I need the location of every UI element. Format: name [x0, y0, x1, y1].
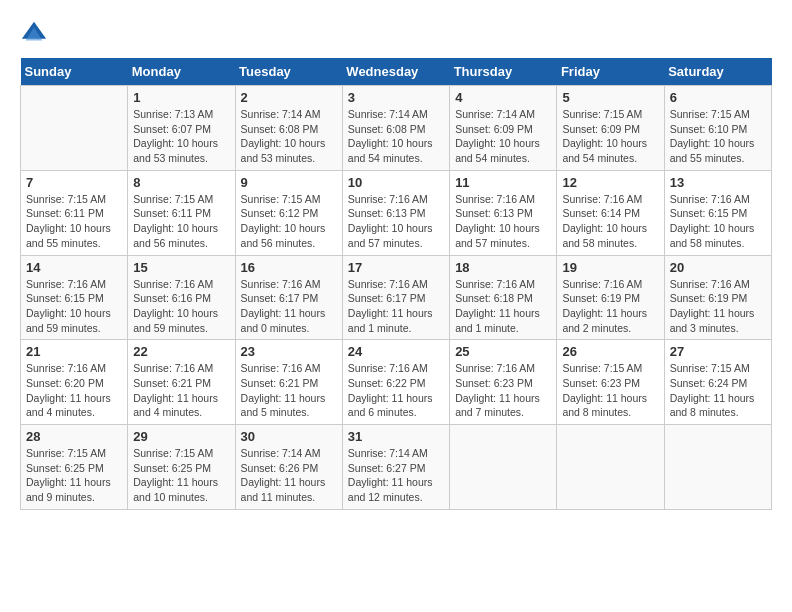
day-info: Sunrise: 7:16 AM Sunset: 6:21 PM Dayligh…: [133, 361, 229, 420]
day-info: Sunrise: 7:16 AM Sunset: 6:13 PM Dayligh…: [455, 192, 551, 251]
calendar-cell: 2Sunrise: 7:14 AM Sunset: 6:08 PM Daylig…: [235, 86, 342, 171]
day-info: Sunrise: 7:16 AM Sunset: 6:20 PM Dayligh…: [26, 361, 122, 420]
day-info: Sunrise: 7:14 AM Sunset: 6:08 PM Dayligh…: [348, 107, 444, 166]
calendar-cell: 5Sunrise: 7:15 AM Sunset: 6:09 PM Daylig…: [557, 86, 664, 171]
calendar-week-row: 21Sunrise: 7:16 AM Sunset: 6:20 PM Dayli…: [21, 340, 772, 425]
calendar-cell: 4Sunrise: 7:14 AM Sunset: 6:09 PM Daylig…: [450, 86, 557, 171]
day-number: 24: [348, 344, 444, 359]
calendar-cell: 23Sunrise: 7:16 AM Sunset: 6:21 PM Dayli…: [235, 340, 342, 425]
calendar-cell: 17Sunrise: 7:16 AM Sunset: 6:17 PM Dayli…: [342, 255, 449, 340]
day-number: 11: [455, 175, 551, 190]
day-number: 6: [670, 90, 766, 105]
calendar-cell: 10Sunrise: 7:16 AM Sunset: 6:13 PM Dayli…: [342, 170, 449, 255]
day-number: 29: [133, 429, 229, 444]
dow-header: Monday: [128, 58, 235, 86]
day-number: 23: [241, 344, 337, 359]
dow-header: Wednesday: [342, 58, 449, 86]
day-info: Sunrise: 7:15 AM Sunset: 6:09 PM Dayligh…: [562, 107, 658, 166]
calendar-cell: 13Sunrise: 7:16 AM Sunset: 6:15 PM Dayli…: [664, 170, 771, 255]
calendar-cell: 15Sunrise: 7:16 AM Sunset: 6:16 PM Dayli…: [128, 255, 235, 340]
day-info: Sunrise: 7:13 AM Sunset: 6:07 PM Dayligh…: [133, 107, 229, 166]
calendar-cell: 27Sunrise: 7:15 AM Sunset: 6:24 PM Dayli…: [664, 340, 771, 425]
day-info: Sunrise: 7:15 AM Sunset: 6:12 PM Dayligh…: [241, 192, 337, 251]
day-number: 19: [562, 260, 658, 275]
day-number: 13: [670, 175, 766, 190]
day-number: 25: [455, 344, 551, 359]
calendar-week-row: 7Sunrise: 7:15 AM Sunset: 6:11 PM Daylig…: [21, 170, 772, 255]
day-number: 10: [348, 175, 444, 190]
calendar-cell: 18Sunrise: 7:16 AM Sunset: 6:18 PM Dayli…: [450, 255, 557, 340]
day-info: Sunrise: 7:14 AM Sunset: 6:09 PM Dayligh…: [455, 107, 551, 166]
days-of-week-row: SundayMondayTuesdayWednesdayThursdayFrid…: [21, 58, 772, 86]
day-info: Sunrise: 7:16 AM Sunset: 6:23 PM Dayligh…: [455, 361, 551, 420]
logo-icon: [20, 20, 48, 48]
day-number: 14: [26, 260, 122, 275]
day-number: 3: [348, 90, 444, 105]
day-number: 31: [348, 429, 444, 444]
calendar-week-row: 1Sunrise: 7:13 AM Sunset: 6:07 PM Daylig…: [21, 86, 772, 171]
day-info: Sunrise: 7:16 AM Sunset: 6:19 PM Dayligh…: [670, 277, 766, 336]
day-info: Sunrise: 7:15 AM Sunset: 6:11 PM Dayligh…: [133, 192, 229, 251]
calendar-cell: 26Sunrise: 7:15 AM Sunset: 6:23 PM Dayli…: [557, 340, 664, 425]
day-number: 5: [562, 90, 658, 105]
calendar-week-row: 14Sunrise: 7:16 AM Sunset: 6:15 PM Dayli…: [21, 255, 772, 340]
calendar-cell: 19Sunrise: 7:16 AM Sunset: 6:19 PM Dayli…: [557, 255, 664, 340]
day-info: Sunrise: 7:15 AM Sunset: 6:24 PM Dayligh…: [670, 361, 766, 420]
day-info: Sunrise: 7:16 AM Sunset: 6:15 PM Dayligh…: [26, 277, 122, 336]
day-info: Sunrise: 7:16 AM Sunset: 6:22 PM Dayligh…: [348, 361, 444, 420]
day-info: Sunrise: 7:16 AM Sunset: 6:15 PM Dayligh…: [670, 192, 766, 251]
day-number: 26: [562, 344, 658, 359]
calendar-cell: 31Sunrise: 7:14 AM Sunset: 6:27 PM Dayli…: [342, 425, 449, 510]
calendar-cell: 21Sunrise: 7:16 AM Sunset: 6:20 PM Dayli…: [21, 340, 128, 425]
page-header: [20, 20, 772, 48]
day-number: 2: [241, 90, 337, 105]
day-info: Sunrise: 7:16 AM Sunset: 6:13 PM Dayligh…: [348, 192, 444, 251]
day-info: Sunrise: 7:15 AM Sunset: 6:25 PM Dayligh…: [133, 446, 229, 505]
day-info: Sunrise: 7:16 AM Sunset: 6:18 PM Dayligh…: [455, 277, 551, 336]
day-number: 4: [455, 90, 551, 105]
calendar-cell: 3Sunrise: 7:14 AM Sunset: 6:08 PM Daylig…: [342, 86, 449, 171]
calendar-cell: 29Sunrise: 7:15 AM Sunset: 6:25 PM Dayli…: [128, 425, 235, 510]
calendar-cell: 7Sunrise: 7:15 AM Sunset: 6:11 PM Daylig…: [21, 170, 128, 255]
calendar-cell: [557, 425, 664, 510]
dow-header: Friday: [557, 58, 664, 86]
dow-header: Sunday: [21, 58, 128, 86]
dow-header: Saturday: [664, 58, 771, 86]
calendar-cell: 24Sunrise: 7:16 AM Sunset: 6:22 PM Dayli…: [342, 340, 449, 425]
day-number: 8: [133, 175, 229, 190]
day-info: Sunrise: 7:16 AM Sunset: 6:21 PM Dayligh…: [241, 361, 337, 420]
calendar-cell: 8Sunrise: 7:15 AM Sunset: 6:11 PM Daylig…: [128, 170, 235, 255]
calendar-cell: 16Sunrise: 7:16 AM Sunset: 6:17 PM Dayli…: [235, 255, 342, 340]
day-number: 30: [241, 429, 337, 444]
day-number: 15: [133, 260, 229, 275]
day-number: 21: [26, 344, 122, 359]
calendar-cell: [664, 425, 771, 510]
day-info: Sunrise: 7:16 AM Sunset: 6:16 PM Dayligh…: [133, 277, 229, 336]
day-info: Sunrise: 7:16 AM Sunset: 6:19 PM Dayligh…: [562, 277, 658, 336]
day-info: Sunrise: 7:16 AM Sunset: 6:14 PM Dayligh…: [562, 192, 658, 251]
day-info: Sunrise: 7:15 AM Sunset: 6:11 PM Dayligh…: [26, 192, 122, 251]
day-number: 12: [562, 175, 658, 190]
calendar-table: SundayMondayTuesdayWednesdayThursdayFrid…: [20, 58, 772, 510]
calendar-cell: 14Sunrise: 7:16 AM Sunset: 6:15 PM Dayli…: [21, 255, 128, 340]
day-info: Sunrise: 7:15 AM Sunset: 6:25 PM Dayligh…: [26, 446, 122, 505]
calendar-cell: [450, 425, 557, 510]
day-info: Sunrise: 7:16 AM Sunset: 6:17 PM Dayligh…: [241, 277, 337, 336]
calendar-cell: 20Sunrise: 7:16 AM Sunset: 6:19 PM Dayli…: [664, 255, 771, 340]
calendar-cell: [21, 86, 128, 171]
calendar-cell: 22Sunrise: 7:16 AM Sunset: 6:21 PM Dayli…: [128, 340, 235, 425]
day-number: 18: [455, 260, 551, 275]
calendar-cell: 6Sunrise: 7:15 AM Sunset: 6:10 PM Daylig…: [664, 86, 771, 171]
day-number: 1: [133, 90, 229, 105]
day-info: Sunrise: 7:14 AM Sunset: 6:27 PM Dayligh…: [348, 446, 444, 505]
logo: [20, 20, 50, 48]
day-info: Sunrise: 7:16 AM Sunset: 6:17 PM Dayligh…: [348, 277, 444, 336]
calendar-cell: 9Sunrise: 7:15 AM Sunset: 6:12 PM Daylig…: [235, 170, 342, 255]
day-info: Sunrise: 7:14 AM Sunset: 6:26 PM Dayligh…: [241, 446, 337, 505]
calendar-cell: 25Sunrise: 7:16 AM Sunset: 6:23 PM Dayli…: [450, 340, 557, 425]
dow-header: Thursday: [450, 58, 557, 86]
calendar-week-row: 28Sunrise: 7:15 AM Sunset: 6:25 PM Dayli…: [21, 425, 772, 510]
day-number: 27: [670, 344, 766, 359]
calendar-cell: 12Sunrise: 7:16 AM Sunset: 6:14 PM Dayli…: [557, 170, 664, 255]
dow-header: Tuesday: [235, 58, 342, 86]
